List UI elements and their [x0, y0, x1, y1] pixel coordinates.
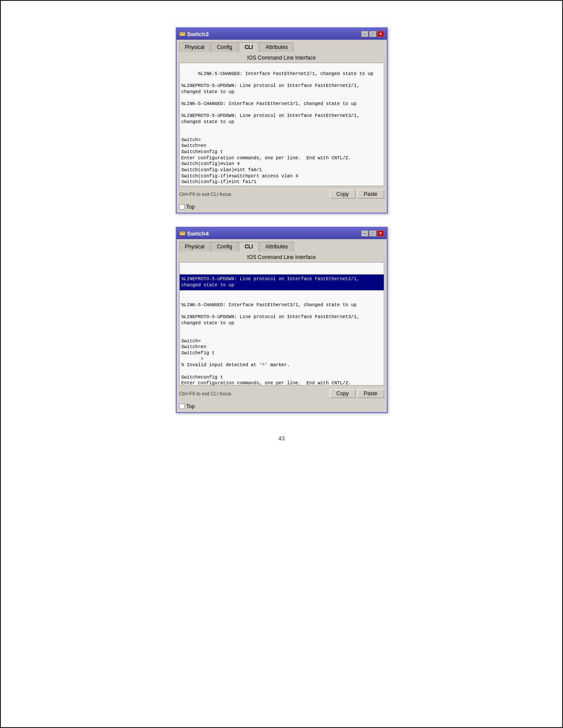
switch4-window-footer: Top — [177, 402, 387, 412]
switch4-icon — [179, 230, 185, 236]
switch3-body: Physical Config CLI Attributes IOS Comma… — [177, 40, 387, 202]
switch4-terminal[interactable]: %LINEPROTO-5-UPDOWN: Line protocol on In… — [179, 262, 384, 386]
switch4-tab-attributes[interactable]: Attributes — [260, 242, 294, 251]
switch4-copy-button[interactable]: Copy — [330, 389, 355, 398]
svg-rect-7 — [183, 233, 184, 233]
switch4-terminal-highlighted: %LINEPROTO-5-UPDOWN: Line protocol on In… — [180, 274, 384, 290]
switch3-controls: ─ □ ✕ — [361, 31, 384, 37]
switch3-terminal[interactable]: %LINK-5-CHANGED: Interface FastEthernet2… — [179, 63, 384, 186]
switch4-footer: Ctrl+F6 to exit CLI focus Copy Paste — [179, 388, 384, 399]
svg-rect-2 — [182, 33, 183, 34]
switch3-window-footer: Top — [177, 202, 387, 213]
switch3-cli-label: IOS Command Line Interface — [179, 55, 384, 61]
switch3-tab-cli[interactable]: CLI — [239, 42, 259, 52]
switch3-tab-attributes[interactable]: Attributes — [260, 42, 294, 52]
switch3-hint: Ctrl+F6 to exit CLI focus — [179, 191, 231, 197]
svg-rect-3 — [183, 33, 184, 34]
switch3-paste-button[interactable]: Paste — [357, 190, 384, 199]
switch4-title: Switch4 — [187, 230, 209, 237]
switch4-cli-label: IOS Command Line Interface — [179, 254, 384, 260]
switch4-top-label: Top — [186, 403, 195, 409]
switch4-minimize-button[interactable]: ─ — [361, 230, 368, 236]
switch4-terminal-content: %LINK-5-CHANGED: Interface FastEthernet3… — [181, 302, 359, 386]
switch3-title: Switch3 — [187, 31, 209, 38]
switch4-title-left: Switch4 — [179, 230, 209, 237]
switch3-footer: Ctrl+F6 to exit CLI focus Copy Paste — [179, 189, 384, 199]
switch4-cli-buttons: Copy Paste — [330, 389, 384, 398]
switch4-close-button[interactable]: ✕ — [377, 230, 384, 236]
switch4-body: Physical Config CLI Attributes IOS Comma… — [177, 239, 387, 402]
switch3-top-checkbox[interactable] — [179, 204, 185, 210]
switch3-terminal-content: %LINK-5-CHANGED: Interface FastEthernet2… — [181, 71, 374, 186]
switch3-tab-bar: Physical Config CLI Attributes — [179, 42, 384, 52]
svg-rect-1 — [181, 33, 181, 34]
switch3-icon — [179, 31, 185, 37]
svg-rect-6 — [182, 233, 183, 233]
switch3-window: Switch3 ─ □ ✕ Physical Config CLI Attrib… — [176, 27, 388, 214]
switch3-close-button[interactable]: ✕ — [377, 31, 384, 37]
switch3-minimize-button[interactable]: ─ — [361, 31, 368, 37]
switch3-top-label: Top — [186, 204, 195, 210]
switch3-maximize-button[interactable]: □ — [369, 31, 376, 37]
switch3-copy-button[interactable]: Copy — [330, 190, 355, 199]
switch4-title-bar: Switch4 ─ □ ✕ — [177, 228, 387, 239]
switch3-cli-buttons: Copy Paste — [330, 190, 384, 199]
switch4-top-checkbox[interactable] — [179, 404, 185, 409]
svg-rect-4 — [180, 232, 185, 235]
page-number: 43 — [278, 435, 284, 442]
switch4-paste-button[interactable]: Paste — [357, 389, 384, 398]
switch4-tab-bar: Physical Config CLI Attributes — [179, 242, 384, 251]
svg-rect-5 — [181, 233, 181, 233]
svg-rect-0 — [180, 32, 185, 36]
switch4-tab-cli[interactable]: CLI — [239, 242, 259, 251]
switch4-tab-physical[interactable]: Physical — [179, 242, 211, 251]
switch4-hint: Ctrl+F6 to exit CLI focus — [179, 391, 231, 396]
switch3-tab-physical[interactable]: Physical — [179, 42, 211, 52]
switch3-tab-config[interactable]: Config — [211, 42, 238, 52]
switch4-window: Switch4 ─ □ ✕ Physical Config CLI Attrib… — [176, 227, 388, 413]
switch4-tab-config[interactable]: Config — [211, 242, 238, 251]
switch3-title-bar: Switch3 ─ □ ✕ — [177, 28, 387, 40]
switch3-title-left: Switch3 — [179, 31, 209, 38]
switch4-maximize-button[interactable]: □ — [369, 230, 376, 236]
switch4-controls: ─ □ ✕ — [361, 230, 384, 236]
